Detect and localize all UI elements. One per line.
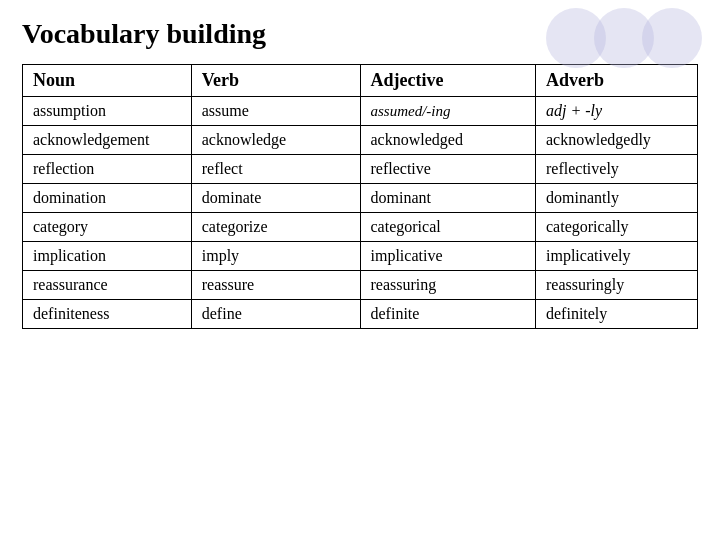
table-row: categorycategorizecategoricalcategorical… <box>23 213 698 242</box>
cell-verb: reassure <box>191 271 360 300</box>
table-row: definitenessdefinedefinitedefinitely <box>23 300 698 329</box>
table-row: dominationdominatedominantdominantly <box>23 184 698 213</box>
header-adjective: Adjective <box>360 65 536 97</box>
cell-noun: assumption <box>23 97 192 126</box>
cell-adjective: definite <box>360 300 536 329</box>
cell-noun: reassurance <box>23 271 192 300</box>
table-row: reassurancereassurereassuringreassuringl… <box>23 271 698 300</box>
cell-adjective: reassuring <box>360 271 536 300</box>
circle-3 <box>642 8 702 68</box>
cell-adjective: categorical <box>360 213 536 242</box>
table-row: acknowledgementacknowledgeacknowledgedac… <box>23 126 698 155</box>
cell-verb: assume <box>191 97 360 126</box>
table-header-row: Noun Verb Adjective Adverb <box>23 65 698 97</box>
cell-noun: implication <box>23 242 192 271</box>
cell-adjective: implicative <box>360 242 536 271</box>
cell-adverb: acknowledgedly <box>536 126 698 155</box>
page: Vocabulary building Noun Verb Adjective … <box>0 0 720 540</box>
table-row: assumptionassumeassumed/-ingadj + -ly <box>23 97 698 126</box>
cell-verb: acknowledge <box>191 126 360 155</box>
cell-adjective: assumed/-ing <box>360 97 536 126</box>
cell-adverb: reflectively <box>536 155 698 184</box>
cell-noun: reflection <box>23 155 192 184</box>
cell-adverb: categorically <box>536 213 698 242</box>
cell-noun: acknowledgement <box>23 126 192 155</box>
cell-adjective: acknowledged <box>360 126 536 155</box>
cell-noun: definiteness <box>23 300 192 329</box>
cell-adjective: reflective <box>360 155 536 184</box>
cell-adverb: adj + -ly <box>536 97 698 126</box>
table-row: implicationimplyimplicativeimplicatively <box>23 242 698 271</box>
cell-adjective: dominant <box>360 184 536 213</box>
cell-adverb: implicatively <box>536 242 698 271</box>
table-row: reflectionreflectreflectivereflectively <box>23 155 698 184</box>
vocabulary-table: Noun Verb Adjective Adverb assumptionass… <box>22 64 698 329</box>
cell-verb: reflect <box>191 155 360 184</box>
decorative-circles <box>546 8 702 68</box>
cell-verb: imply <box>191 242 360 271</box>
header-noun: Noun <box>23 65 192 97</box>
cell-noun: category <box>23 213 192 242</box>
cell-noun: domination <box>23 184 192 213</box>
cell-verb: define <box>191 300 360 329</box>
cell-adverb: definitely <box>536 300 698 329</box>
cell-verb: categorize <box>191 213 360 242</box>
cell-verb: dominate <box>191 184 360 213</box>
cell-adverb: dominantly <box>536 184 698 213</box>
header-adverb: Adverb <box>536 65 698 97</box>
cell-adverb: reassuringly <box>536 271 698 300</box>
header-verb: Verb <box>191 65 360 97</box>
